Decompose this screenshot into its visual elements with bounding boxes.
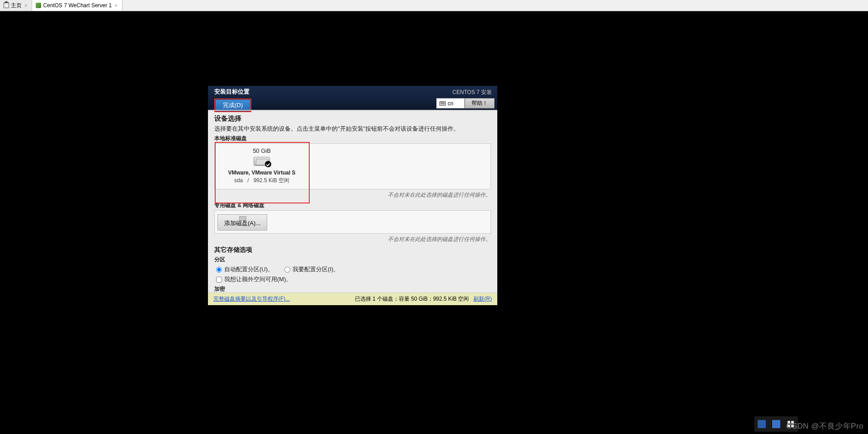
hdd-icon (254, 157, 270, 166)
add-disk-button[interactable]: 添加磁盘(A)... (217, 214, 267, 231)
disk-device: sda (234, 177, 243, 184)
footer-status: 已选择 1 个磁盘；容量 50 GiB；992.5 KiB 空闲 (355, 296, 469, 302)
taskbar-app-1[interactable] (755, 417, 769, 431)
radio-label: 自动配置分区(U)。 (224, 265, 274, 274)
dialog-title: 安装目标位置 (214, 86, 251, 96)
disk-free: 992.5 KiB 空闲 (254, 177, 289, 184)
disk-info: sda / 992.5 KiB 空闲 (217, 177, 306, 184)
disk-item[interactable]: 50 GiB VMware, VMware Virtual S sda / 99… (217, 146, 306, 184)
home-icon (4, 3, 9, 8)
tab-close[interactable]: × (24, 3, 28, 8)
auto-partition-radio[interactable]: 自动配置分区(U)。 (216, 265, 274, 274)
tab-vm[interactable]: CentOS 7 WeChart Server 1 × (32, 0, 122, 11)
dialog-footer: 完整磁盘摘要以及引导程序(F)... 已选择 1 个磁盘；容量 50 GiB；9… (208, 292, 497, 305)
tab-label: CentOS 7 WeChart Server 1 (43, 2, 112, 9)
done-button[interactable]: 完成(D) (215, 99, 250, 111)
disk-size: 50 GiB (217, 146, 306, 157)
watermark: CSDN @不良少年Pro (786, 421, 863, 431)
keyboard-icon (439, 101, 446, 106)
extra-space-checkbox[interactable]: 我想让额外空间可用(M)。 (216, 275, 292, 283)
checkbox-input[interactable] (216, 277, 222, 283)
radio-input[interactable] (216, 267, 222, 273)
special-disks-panel: 添加磁盘(A)... (214, 210, 491, 234)
vm-console: 安装目标位置 完成(D) CENTOS 7 安装 cn 帮助！ 设备选择 选择要 (0, 11, 868, 434)
done-highlight: 完成(D) (214, 99, 251, 112)
radio-input[interactable] (284, 267, 290, 273)
tab-label: 主页 (11, 2, 22, 9)
dialog-body: 设备选择 选择要在其中安装系统的设备。点击主菜单中的"开始安装"按钮前不会对该设… (208, 111, 497, 292)
manual-partition-radio[interactable]: 我要配置分区(I)。 (284, 265, 339, 274)
checkbox-label: 我想让额外空间可用(M)。 (224, 275, 292, 283)
refresh-link[interactable]: 刷新(R) (473, 296, 492, 302)
os-label: CENTOS 7 安装 (453, 89, 495, 96)
dialog-header: 安装目标位置 完成(D) CENTOS 7 安装 cn 帮助！ (208, 86, 497, 111)
local-disks-title: 本地标准磁盘 (214, 135, 491, 142)
encryption-title: 加密 (214, 285, 491, 292)
keyboard-layout-selector[interactable]: cn (436, 98, 465, 108)
app-icon (772, 420, 780, 428)
tab-bar: 主页 × CentOS 7 WeChart Server 1 × (0, 0, 868, 11)
disk-model: VMware, VMware Virtual S (217, 170, 306, 176)
device-selection-desc: 选择要在其中安装系统的设备。点击主菜单中的"开始安装"按钮前不会对该设备进行任何… (214, 125, 491, 133)
footer-right: 已选择 1 个磁盘；容量 50 GiB；992.5 KiB 空闲 刷新(R) (355, 295, 492, 303)
installer-dialog: 安装目标位置 完成(D) CENTOS 7 安装 cn 帮助！ 设备选择 选择要 (208, 86, 497, 305)
tab-home[interactable]: 主页 × (0, 0, 32, 11)
help-button[interactable]: 帮助！ (465, 98, 495, 108)
taskbar-app-2[interactable] (769, 417, 783, 431)
sep: / (247, 177, 249, 184)
disk-summary-link[interactable]: 完整磁盘摘要以及引导程序(F)... (213, 295, 290, 303)
vm-icon (36, 3, 41, 8)
partition-title: 分区 (214, 256, 491, 264)
check-icon (265, 161, 271, 167)
local-disks-panel: 50 GiB VMware, VMware Virtual S sda / 99… (214, 143, 491, 189)
device-selection-title: 设备选择 (214, 114, 491, 123)
app-icon (758, 420, 766, 428)
tab-close[interactable]: × (113, 3, 118, 8)
radio-label: 我要配置分区(I)。 (292, 265, 339, 274)
special-disks-note: 不会对未在此处选择的磁盘进行任何操作。 (214, 236, 491, 243)
special-disks-title: 专用磁盘 & 网络磁盘 (214, 202, 491, 209)
lang-code: cn (448, 100, 453, 107)
other-storage-title: 其它存储选项 (214, 246, 491, 254)
local-disks-note: 不会对未在此处选择的磁盘进行任何操作。 (214, 191, 491, 199)
